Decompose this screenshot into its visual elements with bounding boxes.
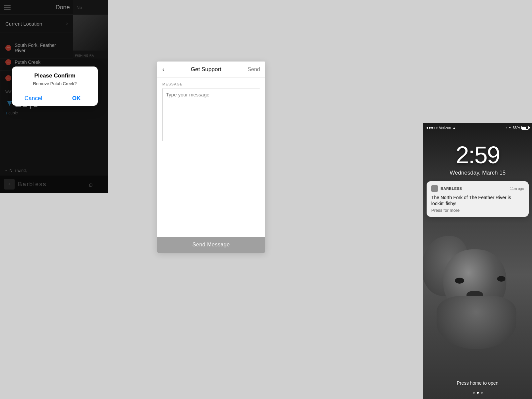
message-section-label: MESSAGE	[157, 77, 265, 88]
press-home-label: Press home to open	[423, 380, 532, 386]
support-title: Get Support	[191, 66, 221, 73]
notification-time: 11m ago	[510, 187, 524, 191]
message-textarea-wrap	[162, 88, 260, 141]
wifi-icon: ▲	[453, 126, 456, 130]
signal-dot-2	[429, 127, 431, 129]
lockscreen-dot-3	[481, 392, 483, 394]
ok-button[interactable]: OK	[55, 91, 98, 106]
notification-card[interactable]: BARBLESS 11m ago The North Fork of The F…	[427, 181, 529, 217]
send-header-button[interactable]: Send	[248, 66, 260, 72]
confirm-message: Remove Putah Creek?	[17, 81, 92, 86]
cancel-button[interactable]: Cancel	[12, 91, 55, 106]
confirm-body: Please Confirm Remove Putah Creek?	[12, 66, 98, 91]
notification-message: The North Fork of The Feather River is l…	[431, 195, 524, 206]
support-header: ‹ Get Support Send	[157, 62, 265, 77]
signal-dot-3	[431, 127, 433, 129]
notification-app-info: BARBLESS	[431, 185, 462, 192]
signal-dot-4	[434, 127, 435, 129]
get-support-panel: ‹ Get Support Send MESSAGE Send Message	[157, 62, 265, 253]
back-button[interactable]: ‹	[162, 66, 165, 73]
lockscreen-date: Wednesday, March 15	[423, 170, 532, 176]
lockscreen-dot-2	[477, 392, 479, 394]
arrow-up-icon: ↑	[505, 126, 507, 130]
lockscreen-dot-1	[473, 392, 475, 394]
status-bar: Verizon ▲ ↑ ✶ 66%	[423, 123, 532, 132]
battery-percent: 66%	[513, 126, 520, 130]
lockscreen-page-dots	[423, 392, 532, 394]
confirm-buttons: Cancel OK	[12, 91, 98, 106]
message-input[interactable]	[163, 88, 260, 141]
signal-dot-5	[436, 127, 438, 129]
send-message-button[interactable]: Send Message	[157, 237, 265, 253]
lockscreen-time: 2:59	[423, 141, 532, 169]
dog-image	[423, 229, 532, 399]
battery-icon	[521, 126, 529, 130]
lockscreen-panel: Verizon ▲ ↑ ✶ 66% 2:59 Wednesday, March …	[423, 123, 532, 399]
notification-header: BARBLESS 11m ago	[431, 185, 524, 192]
confirm-title: Please Confirm	[17, 72, 92, 79]
bluetooth-icon: ✶	[508, 126, 511, 130]
notification-sub: Press for more	[431, 208, 524, 213]
status-right: ↑ ✶ 66%	[505, 126, 529, 130]
battery-fill	[522, 127, 526, 129]
notification-app-name: BARBLESS	[441, 187, 462, 191]
carrier-name: Verizon	[439, 126, 451, 130]
status-left: Verizon ▲	[427, 126, 456, 130]
confirm-dialog: Please Confirm Remove Putah Creek? Cance…	[12, 66, 98, 106]
signal-dot-1	[427, 127, 428, 129]
signal-dots	[427, 127, 438, 129]
notification-app-icon	[431, 185, 438, 192]
